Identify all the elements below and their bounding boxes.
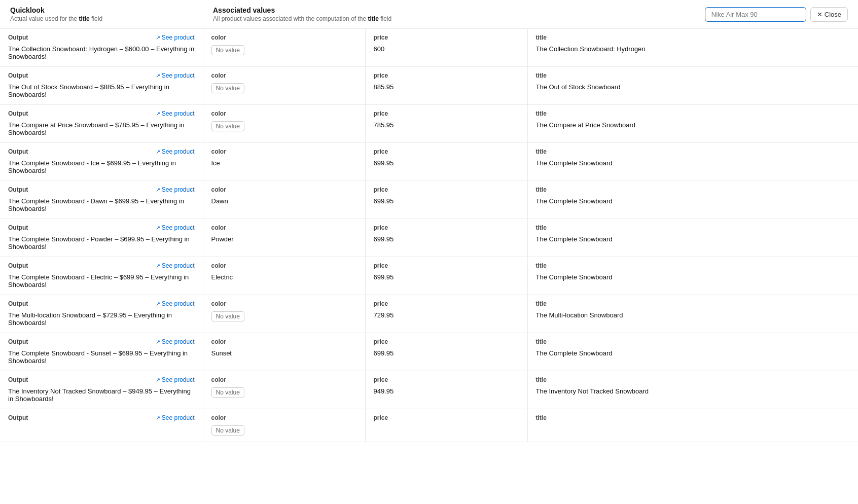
see-product-link[interactable]: ↗ See product [156, 148, 195, 155]
table-row-label: Output ↗ See product color price title [0, 333, 858, 348]
table-row: The Out of Stock Snowboard – $885.95 – E… [0, 81, 858, 105]
title-column-label: title [527, 143, 858, 158]
output-column-label: Output [8, 186, 28, 193]
output-label-cell: Output ↗ See product [0, 257, 203, 272]
table-row-label: Output ↗ See product color price title [0, 371, 858, 386]
external-link-icon: ↗ [156, 263, 160, 269]
output-value-cell: The Inventory Not Tracked Snowboard – $9… [0, 385, 203, 409]
price-value-cell: 699.95 [365, 195, 527, 219]
title-value-cell [527, 423, 858, 442]
external-link-icon: ↗ [156, 187, 160, 193]
color-column-label: color [203, 29, 365, 43]
search-input[interactable] [705, 7, 806, 22]
price-value-cell: 949.95 [365, 385, 527, 409]
output-value-cell: The Collection Snowboard: Hydrogen – $60… [0, 43, 203, 67]
color-value-cell: No value [203, 43, 365, 67]
output-column-label: Output [8, 262, 28, 269]
see-product-label: See product [162, 376, 195, 383]
table-row-label: Output ↗ See product color price title [0, 257, 858, 272]
table-row-label: Output ↗ See product color price title [0, 295, 858, 310]
output-value-cell: The Complete Snowboard - Powder – $699.9… [0, 233, 203, 257]
color-column-label: color [203, 143, 365, 158]
price-value-cell: 785.95 [365, 119, 527, 143]
table-row: The Complete Snowboard - Dawn – $699.95 … [0, 195, 858, 219]
color-value: Dawn [211, 197, 228, 205]
see-product-link[interactable]: ↗ See product [156, 262, 195, 269]
external-link-icon: ↗ [156, 301, 160, 307]
output-column-label: Output [8, 72, 28, 79]
output-label-cell: Output ↗ See product [0, 67, 203, 82]
table-row: No value [0, 423, 858, 442]
title-column-label: title [527, 295, 858, 310]
output-value-cell: The Complete Snowboard - Electric – $699… [0, 271, 203, 295]
color-value-cell: No value [203, 81, 365, 105]
see-product-link[interactable]: ↗ See product [156, 376, 195, 383]
table-row: The Complete Snowboard - Sunset – $699.9… [0, 347, 858, 371]
quicklook-section: Quicklook Actual value used for the titl… [10, 6, 213, 22]
table-row: The Complete Snowboard - Powder – $699.9… [0, 233, 858, 257]
see-product-label: See product [162, 414, 195, 421]
color-column-label: color [203, 409, 365, 424]
no-value-badge: No value [211, 425, 244, 436]
see-product-link[interactable]: ↗ See product [156, 72, 195, 79]
output-column-label: Output [8, 110, 28, 117]
output-label-cell: Output ↗ See product [0, 409, 203, 424]
price-value-cell: 600 [365, 43, 527, 67]
color-value-cell: Ice [203, 157, 365, 181]
title-column-label: title [527, 181, 858, 196]
see-product-label: See product [162, 338, 195, 345]
close-button[interactable]: ✕ Close [810, 7, 848, 22]
output-column-label: Output [8, 148, 28, 155]
color-value: Powder [211, 235, 234, 243]
see-product-link[interactable]: ↗ See product [156, 414, 195, 421]
color-value-cell: No value [203, 423, 365, 442]
external-link-icon: ↗ [156, 415, 160, 421]
price-value-cell: 699.95 [365, 347, 527, 371]
title-value-cell: The Multi-location Snowboard [527, 309, 858, 333]
top-bar-actions: ✕ Close [705, 7, 848, 22]
price-column-label: price [365, 409, 527, 424]
title-value-cell: The Collection Snowboard: Hydrogen [527, 43, 858, 67]
see-product-link[interactable]: ↗ See product [156, 338, 195, 345]
title-value-cell: The Complete Snowboard [527, 347, 858, 371]
output-value-cell: The Complete Snowboard - Dawn – $699.95 … [0, 195, 203, 219]
no-value-badge: No value [211, 45, 244, 55]
table-row: The Complete Snowboard - Ice – $699.95 –… [0, 157, 858, 181]
title-value-cell: The Inventory Not Tracked Snowboard [527, 385, 858, 409]
output-label-cell: Output ↗ See product [0, 181, 203, 196]
price-column-label: price [365, 67, 527, 82]
title-column-label: title [527, 409, 858, 424]
color-value-cell: Electric [203, 271, 365, 295]
associated-title: Associated values [213, 6, 705, 14]
price-column-label: price [365, 29, 527, 43]
price-column-label: price [365, 219, 527, 234]
quicklook-description: Actual value used for the title field [10, 15, 213, 22]
external-link-icon: ↗ [156, 149, 160, 155]
see-product-link[interactable]: ↗ See product [156, 186, 195, 193]
see-product-link[interactable]: ↗ See product [156, 110, 195, 117]
table-row-label: Output ↗ See product color price title [0, 67, 858, 82]
price-column-label: price [365, 257, 527, 272]
external-link-icon: ↗ [156, 377, 160, 383]
price-value-cell: 699.95 [365, 157, 527, 181]
price-value-cell: 729.95 [365, 309, 527, 333]
output-label-cell: Output ↗ See product [0, 371, 203, 386]
top-bar: Quicklook Actual value used for the titl… [0, 0, 858, 29]
external-link-icon: ↗ [156, 34, 160, 41]
table-row: The Compare at Price Snowboard – $785.95… [0, 119, 858, 143]
no-value-badge: No value [211, 121, 244, 131]
output-label-cell: Output ↗ See product [0, 29, 203, 43]
color-value: Ice [211, 159, 220, 167]
see-product-link[interactable]: ↗ See product [156, 224, 195, 231]
external-link-icon: ↗ [156, 111, 160, 117]
see-product-link[interactable]: ↗ See product [156, 34, 195, 41]
color-value-cell: Powder [203, 233, 365, 257]
data-table: Output ↗ See product color price title T… [0, 29, 858, 442]
see-product-link[interactable]: ↗ See product [156, 300, 195, 307]
external-link-icon: ↗ [156, 225, 160, 231]
see-product-label: See product [162, 72, 195, 79]
color-value: Electric [211, 273, 233, 281]
color-column-label: color [203, 257, 365, 272]
see-product-label: See product [162, 300, 195, 307]
price-value-cell [365, 423, 527, 442]
